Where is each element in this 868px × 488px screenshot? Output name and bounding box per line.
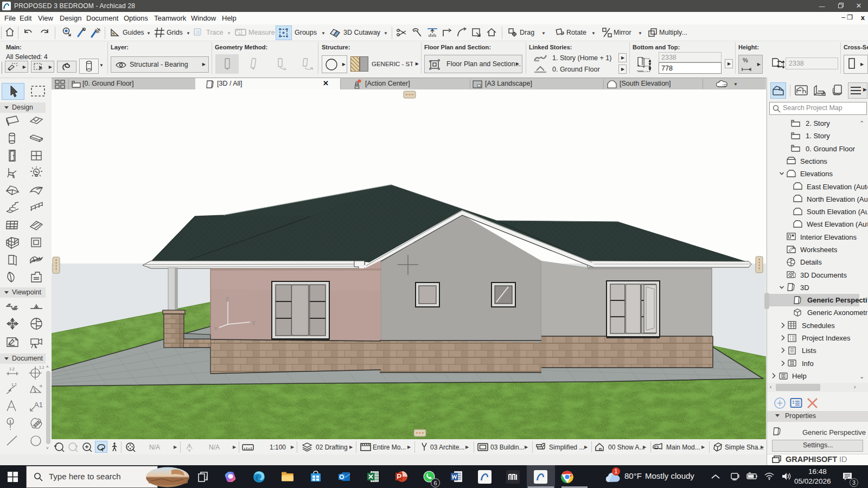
svg-text:12: 12 (238, 31, 242, 35)
svg-text:α: α (40, 383, 42, 388)
svg-text:1.2: 1.2 (11, 383, 17, 387)
svg-text:1.2: 1.2 (39, 365, 44, 369)
svg-text:A1: A1 (34, 401, 43, 409)
svg-text:1: 1 (9, 419, 12, 425)
svg-text:z: z (226, 295, 229, 301)
svg-text:x: x (214, 325, 218, 331)
svg-text:%: % (743, 57, 748, 63)
svg-text:1.2: 1.2 (9, 367, 15, 371)
svg-text:y: y (252, 319, 256, 325)
